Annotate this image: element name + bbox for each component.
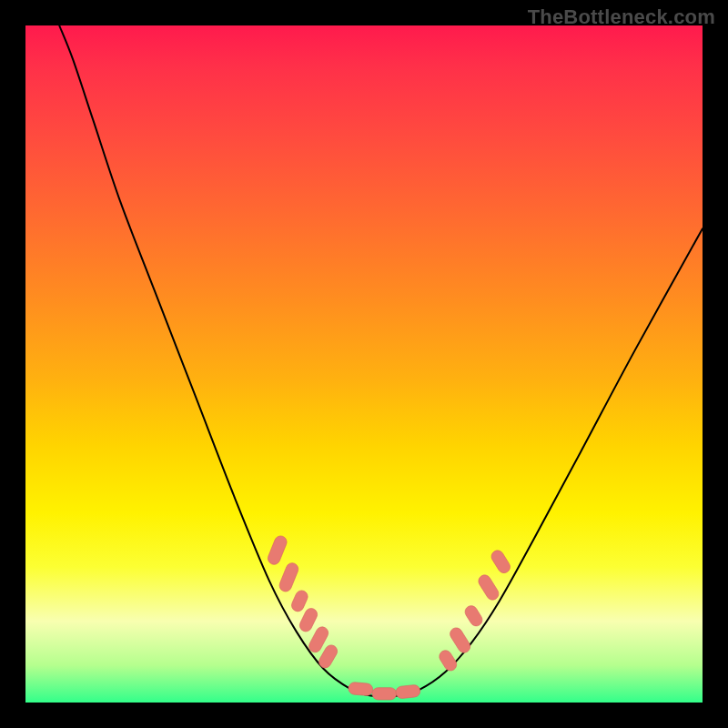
plot-outer-border [25,25,703,703]
plot-area [25,25,703,703]
curve-marker [289,589,309,613]
chart-svg [25,25,703,703]
curve-marker [372,688,397,700]
curve-marker [476,572,500,602]
curve-marker [348,682,373,696]
curve-marker [448,625,472,654]
chart-frame: TheBottleneck.com [0,0,728,728]
curve-markers-group [266,534,512,700]
bottleneck-curve-line [59,25,703,696]
curve-marker [395,684,420,699]
curve-marker [278,561,300,593]
curve-marker [266,534,288,566]
curve-marker [490,548,513,575]
curve-marker [463,603,485,628]
